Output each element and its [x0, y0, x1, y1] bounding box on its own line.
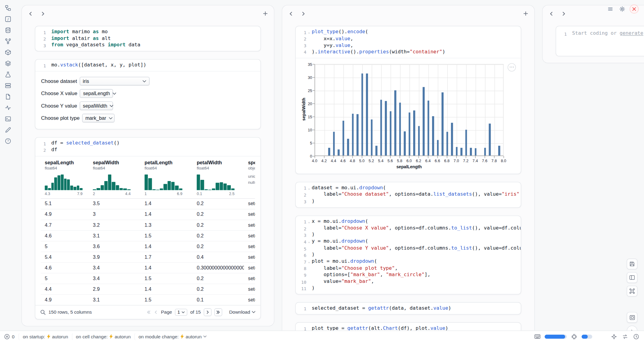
chevron-left-icon — [549, 11, 553, 16]
plot-type-dropdown[interactable]: mark_bar — [82, 114, 114, 123]
code-editor[interactable]: 1⌄plot_type().encode(2 x=x.value,3 y=y.v… — [296, 26, 521, 58]
df-column-header[interactable]: sepalLengthfloat644.37.9 — [41, 156, 89, 198]
variables-panel-button[interactable]: f — [3, 14, 13, 23]
dataframe-cell: 1df = selected_dataset()2df sepalLengthf… — [35, 137, 261, 319]
app-view-button[interactable] — [627, 312, 637, 323]
keyboard-shortcuts-button[interactable] — [627, 286, 637, 296]
documentation-panel-button[interactable] — [3, 92, 13, 101]
df-table-row[interactable]: 53.41.50.2setosa — [41, 273, 255, 284]
chart-bar — [338, 149, 340, 155]
first-page-button[interactable] — [146, 310, 151, 314]
layout-select-button[interactable] — [627, 272, 637, 283]
scratchpad-panel-button[interactable] — [3, 125, 13, 134]
df-table-row[interactable]: 5.43.91.70.4setosa — [41, 252, 255, 262]
df-column-header[interactable]: speciesobjectunique:nulls: — [244, 156, 255, 198]
df-column-header[interactable]: petalLengthfloat6416.9 — [141, 156, 193, 198]
add-cell-button[interactable] — [521, 9, 530, 18]
code-editor[interactable]: 1plot_type = getattr(alt.Chart(df), plot… — [296, 323, 521, 330]
chart-plot-area — [315, 64, 504, 156]
generate-with-ai-link[interactable]: generate — [620, 30, 643, 36]
notebook-menu-button[interactable] — [606, 5, 615, 14]
df-table-row[interactable]: 53.61.40.2setosa — [41, 241, 255, 252]
outline-panel-button[interactable] — [3, 3, 13, 12]
chart-bar — [460, 148, 462, 155]
autorun-cell-change-setting[interactable]: on cell change: autorun — [72, 333, 134, 340]
df-table-row[interactable]: 4.93.11.50.1setosa — [41, 294, 255, 305]
df-table-row[interactable]: 4.63.11.50.2setosa — [41, 230, 255, 241]
column-move-left-button[interactable] — [286, 9, 295, 18]
experiments-panel-button[interactable] — [3, 70, 13, 79]
chevron-down-icon — [113, 92, 116, 95]
chart-bar — [342, 121, 344, 156]
column-move-left-button[interactable] — [26, 9, 35, 18]
plus-icon — [263, 11, 268, 16]
code-editor[interactable]: 1mo.vstack([dataset, x, y, plot]) — [35, 60, 260, 71]
packages-panel-button[interactable] — [3, 48, 13, 57]
page-select[interactable]: 1 — [175, 308, 188, 315]
fold-chevron-icon[interactable]: ⌄ — [306, 185, 312, 191]
column-move-left-button[interactable] — [547, 9, 556, 18]
fold-chevron-icon[interactable]: ⌄ — [306, 258, 312, 265]
ai-sparkle-icon[interactable] — [610, 333, 618, 340]
settings-button[interactable] — [618, 5, 627, 14]
next-page-button[interactable] — [204, 308, 212, 316]
previous-page-button[interactable] — [154, 310, 158, 314]
dataset-dropdown[interactable]: iris — [80, 77, 149, 85]
code-line: 10 value="mark_bar", — [296, 278, 521, 285]
code-editor[interactable]: 1selected_dataset = getattr(data, datase… — [296, 303, 521, 314]
fold-gutter — [306, 305, 312, 312]
autorun-module-change-setting[interactable]: on module change: autorun — [134, 333, 210, 340]
df-table-row[interactable]: 4.42.91.40.2setosa — [41, 284, 255, 294]
logs-panel-button[interactable] — [3, 81, 13, 90]
df-table-row[interactable]: 4.931.40.2setosa — [41, 209, 255, 220]
add-cell-button[interactable] — [261, 9, 270, 18]
fold-chevron-icon[interactable]: ⌄ — [306, 29, 312, 35]
df-table-row[interactable]: 4.73.21.30.2setosa — [41, 220, 255, 230]
table-search-button[interactable] — [40, 309, 46, 315]
fold-chevron-icon[interactable]: ⌄ — [306, 238, 312, 245]
chevron-right-icon — [561, 11, 566, 16]
last-page-button[interactable] — [214, 308, 222, 316]
y-value-dropdown[interactable]: sepalWidth — [80, 102, 113, 110]
keyboard-icon[interactable] — [534, 333, 541, 340]
df-column-header[interactable]: sepalWidthfloat6424.4 — [89, 156, 141, 198]
ai-code-editor[interactable]: 1 Start coding or generate with AI — [556, 26, 644, 56]
code-editor[interactable]: 1⌄x = mo.ui.dropdown(2 label="Choose X v… — [296, 216, 521, 294]
autorun-startup-setting[interactable]: on startup: autorun — [19, 333, 72, 340]
column-move-right-button[interactable] — [559, 9, 568, 18]
editor-placeholder: Start coding or generate with AI — [572, 30, 644, 37]
code-line: 6) — [296, 252, 521, 258]
column-1-header — [22, 5, 274, 22]
dropdown-value: mark_bar — [85, 115, 106, 121]
vega-actions-button[interactable]: ⋯ — [508, 63, 516, 71]
code-editor[interactable]: 1import marimo as mo2import altair as al… — [35, 26, 260, 51]
df-table-row[interactable]: 5.13.51.40.2setosa — [41, 198, 255, 209]
swap-icon[interactable] — [621, 333, 629, 340]
datasources-panel-button[interactable] — [3, 26, 13, 35]
df-column-header[interactable]: petalWidthfloat640.12.5 — [193, 156, 244, 198]
x-value-dropdown[interactable]: sepalLength — [80, 89, 113, 98]
error-count: 0 — [12, 334, 15, 339]
history-clock-icon[interactable] — [632, 333, 640, 340]
chevron-left-icon — [154, 310, 158, 314]
save-button[interactable] — [627, 259, 637, 269]
column-move-right-button[interactable] — [38, 9, 47, 18]
shutdown-button[interactable] — [630, 5, 639, 14]
fold-chevron-icon[interactable]: ⌄ — [306, 218, 312, 225]
df-table-row[interactable]: 4.63.41.40.30000000000000004setosa — [41, 262, 255, 273]
snippets-panel-button[interactable] — [3, 59, 13, 68]
fold-gutter — [306, 278, 312, 285]
terminal-panel-button[interactable] — [3, 114, 13, 123]
help-panel-button[interactable]: ? — [3, 136, 13, 145]
code-editor[interactable]: 1⌄dataset = mo.ui.dropdown(2 label="Choo… — [296, 182, 521, 207]
tracing-panel-button[interactable] — [3, 103, 13, 112]
column-move-right-button[interactable] — [299, 9, 308, 18]
df-table-cell: 3 — [89, 209, 141, 220]
error-count-indicator[interactable]: 0 — [4, 333, 19, 339]
fold-gutter — [306, 42, 312, 49]
fold-gutter — [46, 42, 52, 49]
download-button[interactable]: Download — [229, 310, 255, 315]
dependencies-panel-button[interactable] — [3, 37, 13, 46]
setting-label: on cell change: — [76, 334, 108, 339]
code-editor[interactable]: 1df = selected_dataset()2df — [35, 138, 260, 156]
